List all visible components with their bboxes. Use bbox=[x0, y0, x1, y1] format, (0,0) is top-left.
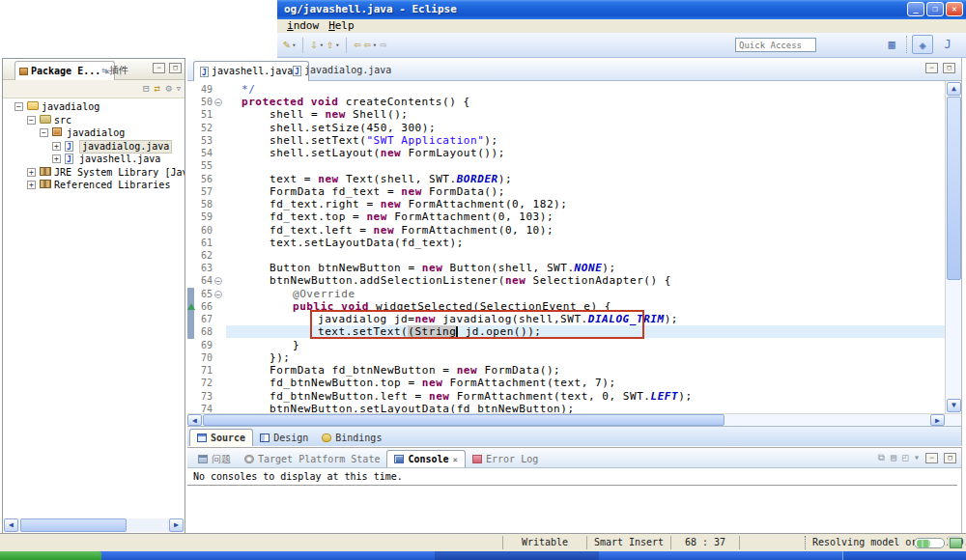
code-line[interactable]: 58fd_text.right = new FormAttachment(0, … bbox=[187, 198, 945, 211]
package-explorer-hscrollbar[interactable]: ◀ ▶ bbox=[4, 518, 184, 532]
new-console-icon[interactable]: ◰ bbox=[902, 451, 908, 464]
minimize-view-icon[interactable]: — bbox=[153, 63, 165, 73]
tab-errorlog[interactable]: Error Log bbox=[466, 451, 545, 468]
view-settings-icon[interactable]: ⚙ bbox=[165, 81, 172, 97]
code-line[interactable]: 60fd_text.left = new FormAttachment(0, 1… bbox=[187, 224, 945, 238]
tab-target[interactable]: Target Platform State bbox=[238, 451, 386, 468]
fold-collapse-icon[interactable]: − bbox=[214, 277, 222, 285]
tree-expander-icon[interactable]: + bbox=[27, 168, 36, 177]
scroll-right-icon[interactable]: ▶ bbox=[169, 518, 184, 532]
scroll-left-icon[interactable]: ◀ bbox=[4, 518, 18, 532]
fold-collapse-icon[interactable]: − bbox=[214, 98, 222, 106]
display-console-icon[interactable]: ▤ bbox=[891, 451, 896, 464]
tree-expander-icon[interactable]: + bbox=[52, 142, 61, 151]
minimize-view-icon[interactable]: — bbox=[925, 453, 938, 463]
tree-expander-icon[interactable]: − bbox=[40, 128, 48, 137]
code-line[interactable]: 49*/ bbox=[187, 83, 945, 97]
code-editor[interactable]: 49*/50−protected void createContents() {… bbox=[187, 81, 961, 413]
last-edit-location-icon[interactable]: ⇦ bbox=[354, 37, 360, 53]
scroll-down-icon[interactable]: ▼ bbox=[947, 399, 961, 412]
scroll-up-icon[interactable]: ▲ bbox=[947, 82, 961, 96]
code-line[interactable]: 53shell.setText("SWT Application"); bbox=[187, 134, 945, 148]
tab-javadialog.java[interactable]: javadialog.java bbox=[287, 61, 397, 81]
code-line[interactable]: 55 bbox=[187, 159, 945, 173]
close-window-icon[interactable]: ✕ bbox=[946, 2, 963, 16]
active-perspective-icon[interactable]: ◈ bbox=[912, 35, 933, 54]
tree-item[interactable]: −src bbox=[3, 114, 185, 126]
tab-bindings[interactable]: Bindings bbox=[315, 430, 388, 447]
windows-taskbar[interactable] bbox=[0, 551, 966, 560]
dropdown-caret-icon[interactable]: ▾ bbox=[335, 42, 339, 49]
editor-hscrollbar[interactable]: ◀ ▶ bbox=[187, 413, 961, 426]
back-icon[interactable]: ⇦ bbox=[364, 37, 371, 53]
open-perspective-icon[interactable]: ▦ bbox=[881, 35, 902, 54]
editor-vscrollbar[interactable]: ▲ ▼ bbox=[945, 81, 961, 413]
dropdown-caret-icon[interactable]: ▾ bbox=[292, 42, 296, 49]
code-line[interactable]: 64−btnNewButton.addSelectionListener(new… bbox=[187, 274, 945, 288]
scrollbar-thumb[interactable] bbox=[20, 518, 127, 532]
tree-expander-icon[interactable]: + bbox=[52, 154, 61, 163]
tree-item[interactable]: −javadialog bbox=[3, 100, 185, 113]
maximize-view-icon[interactable]: □ bbox=[943, 63, 955, 73]
menu-item-indow[interactable]: indow bbox=[287, 19, 319, 33]
fold-collapse-icon[interactable]: − bbox=[214, 291, 222, 298]
scrollbar-thumb[interactable] bbox=[203, 414, 724, 426]
code-line[interactable]: 72fd_btnNewButton.top = new FormAttachme… bbox=[187, 377, 945, 390]
window-titlebar[interactable]: og/javashell.java - Eclipse _ ❐ ✕ bbox=[277, 0, 966, 19]
view-menu-icon[interactable]: ▽ bbox=[177, 85, 181, 93]
debug-icon[interactable]: ⇧ bbox=[327, 37, 333, 53]
tree-expander-icon[interactable]: − bbox=[27, 116, 36, 125]
code-line[interactable]: 52shell.setSize(450, 300); bbox=[187, 122, 945, 135]
java-perspective-icon[interactable]: J bbox=[937, 35, 958, 54]
code-line[interactable]: 61text.setLayoutData(fd_text); bbox=[187, 237, 945, 250]
tab-console[interactable]: Console✕ bbox=[386, 450, 466, 467]
code-line[interactable]: 69} bbox=[187, 339, 945, 352]
code-line[interactable]: 54shell.setLayout(new FormLayout()); bbox=[187, 147, 945, 160]
code-line[interactable]: 50−protected void createContents() { bbox=[187, 96, 945, 109]
tab-design[interactable]: Design bbox=[253, 430, 315, 447]
tab-source[interactable]: Source bbox=[189, 429, 253, 446]
code-line[interactable]: 73fd_btnNewButton.left = new FormAttachm… bbox=[187, 390, 945, 404]
taskbar-window-button[interactable] bbox=[435, 551, 599, 560]
run-icon[interactable]: ⇩ bbox=[310, 37, 317, 53]
dropdown-caret-icon[interactable]: ▾ bbox=[320, 42, 324, 49]
start-button[interactable] bbox=[0, 551, 101, 560]
maximize-view-icon[interactable]: □ bbox=[169, 63, 182, 73]
scroll-left-icon[interactable]: ◀ bbox=[187, 414, 202, 426]
package-explorer-tree[interactable]: −javadialog−src−javadialog+javadialog.ja… bbox=[3, 98, 185, 518]
tree-item[interactable]: +Referenced Libraries bbox=[3, 179, 185, 191]
minimize-view-icon[interactable]: — bbox=[925, 63, 938, 73]
open-console-icon[interactable]: ⧉ bbox=[878, 451, 885, 464]
background-jobs-icon[interactable] bbox=[950, 538, 962, 548]
code-line[interactable]: 62 bbox=[187, 249, 945, 263]
tree-expander-icon[interactable]: + bbox=[27, 181, 36, 189]
tree-item[interactable]: +javadialog.java bbox=[3, 140, 185, 153]
maximize-view-icon[interactable]: □ bbox=[944, 453, 956, 463]
new-wizard-icon[interactable]: ✎ bbox=[283, 37, 290, 53]
code-line[interactable]: 70}); bbox=[187, 351, 945, 365]
tab-problems[interactable]: 问题 bbox=[191, 451, 238, 468]
console-dropdown-icon[interactable]: ▾ bbox=[914, 451, 920, 464]
quick-access-input[interactable] bbox=[735, 38, 816, 52]
tree-expander-icon[interactable]: − bbox=[14, 102, 23, 111]
scroll-right-icon[interactable]: ▶ bbox=[930, 414, 945, 426]
tree-item[interactable]: +JRE System Library [JavaSE-1. bbox=[3, 166, 185, 179]
code-line[interactable]: 51shell = new Shell(); bbox=[187, 108, 945, 122]
code-line[interactable]: 74btnNewButton.setLayoutData(fd_btnNewBu… bbox=[187, 403, 945, 413]
tree-item[interactable]: −javadialog bbox=[3, 126, 185, 139]
code-line[interactable]: 56text = new Text(shell, SWT.BORDER); bbox=[187, 173, 945, 186]
code-line[interactable]: 71FormData fd_btnNewButton = new FormDat… bbox=[187, 364, 945, 378]
tree-item[interactable]: +javashell.java bbox=[3, 153, 185, 165]
minimize-window-icon[interactable]: _ bbox=[907, 2, 924, 16]
code-line[interactable]: 63Button btnNewButton = new Button(shell… bbox=[187, 262, 945, 275]
tab-plugins[interactable]: ⇆插件 bbox=[98, 61, 132, 80]
code-line[interactable]: 65−@Override bbox=[187, 288, 945, 301]
restore-window-icon[interactable]: ❐ bbox=[926, 2, 944, 16]
code-line[interactable]: 57FormData fd_text = new FormData(); bbox=[187, 185, 945, 199]
link-with-editor-icon[interactable]: ⇄ bbox=[155, 81, 161, 97]
code-line[interactable]: 59fd_text.top = new FormAttachment(0, 10… bbox=[187, 210, 945, 224]
close-tab-icon[interactable]: ✕ bbox=[453, 455, 458, 464]
dropdown-caret-icon[interactable]: ▾ bbox=[373, 42, 377, 49]
scrollbar-thumb[interactable] bbox=[947, 97, 961, 280]
forward-icon[interactable]: ⇨ bbox=[380, 37, 386, 53]
